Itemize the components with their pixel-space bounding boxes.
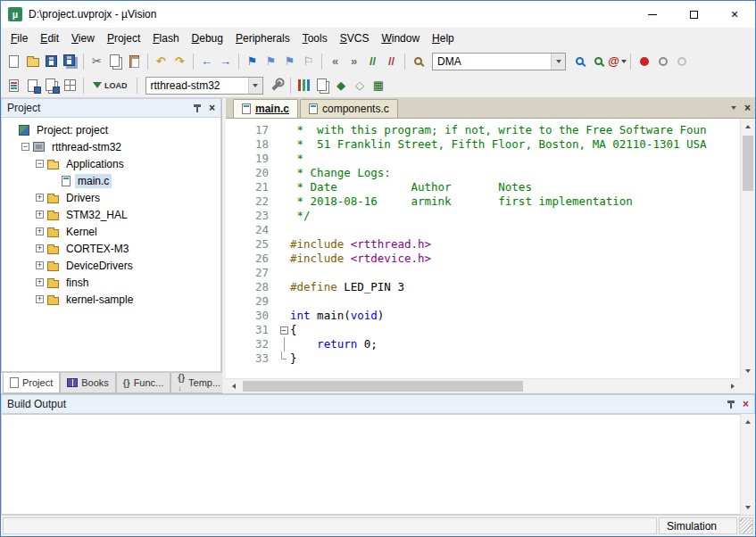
- menu-item-debug[interactable]: Debug: [186, 29, 229, 47]
- scroll-track[interactable]: [741, 429, 755, 500]
- manage-project-items-icon[interactable]: [295, 76, 313, 95]
- bookmark-toggle-icon[interactable]: ⚑: [243, 52, 262, 70]
- combo-dropdown-icon[interactable]: [551, 54, 565, 70]
- menu-item-edit[interactable]: Edit: [34, 29, 65, 47]
- menu-item-window[interactable]: Window: [375, 29, 426, 47]
- bookmark-prev-icon[interactable]: ⚑: [262, 52, 280, 70]
- menu-item-svcs[interactable]: SVCS: [334, 29, 376, 47]
- tree-item-finsh[interactable]: +finsh: [2, 274, 220, 291]
- pin-icon[interactable]: [727, 401, 735, 409]
- find-icon[interactable]: [570, 52, 589, 70]
- navigate-back-icon[interactable]: ←: [197, 52, 216, 70]
- pin-icon[interactable]: [194, 104, 201, 112]
- tree-item-project-project[interactable]: Project: project: [2, 121, 220, 138]
- menu-item-project[interactable]: Project: [101, 29, 146, 47]
- bookmark-next-icon[interactable]: ⚑: [280, 52, 299, 70]
- scroll-track[interactable]: [741, 134, 755, 363]
- close-document-icon[interactable]: ×: [744, 103, 751, 113]
- tree-item-cortex-m3[interactable]: +CORTEX-M3: [2, 240, 220, 257]
- tree-item-rtthread-stm32[interactable]: −rtthread-stm32: [2, 138, 220, 155]
- hscroll-thumb[interactable]: [243, 381, 523, 392]
- menu-item-file[interactable]: File: [4, 29, 34, 47]
- close-button[interactable]: ×: [714, 1, 755, 28]
- tree-item-applications[interactable]: −Applications: [2, 155, 220, 172]
- resize-grip[interactable]: [739, 517, 753, 534]
- panel-tab-func[interactable]: {}Func...: [116, 373, 170, 393]
- expander-plus-icon[interactable]: +: [36, 194, 44, 202]
- menu-item-help[interactable]: Help: [426, 29, 461, 47]
- code-editor[interactable]: 17 * with this program; if not, write to…: [226, 119, 740, 378]
- maximize-button[interactable]: [673, 1, 714, 28]
- batch-build-icon[interactable]: [61, 76, 79, 95]
- download-button[interactable]: LOAD: [87, 77, 133, 95]
- breakpoint-icon[interactable]: [635, 52, 653, 70]
- paste-icon[interactable]: [125, 52, 144, 70]
- cut-icon[interactable]: ✂: [87, 52, 106, 70]
- select-packs-icon[interactable]: ◇: [351, 76, 370, 95]
- scroll-right-button[interactable]: [725, 379, 740, 393]
- scroll-up-button[interactable]: [741, 414, 755, 429]
- scroll-thumb[interactable]: [743, 136, 753, 191]
- menu-item-view[interactable]: View: [65, 29, 101, 47]
- bookmark-clear-icon[interactable]: ⚐: [299, 52, 318, 70]
- build-output-content[interactable]: [1, 414, 740, 515]
- web-search-icon[interactable]: @: [608, 52, 627, 70]
- new-file-icon[interactable]: [4, 52, 23, 70]
- scroll-down-button[interactable]: [741, 500, 755, 515]
- copy-icon[interactable]: [106, 52, 125, 70]
- fold-collapse-icon[interactable]: −: [278, 323, 290, 337]
- panel-tab-project[interactable]: Project: [3, 373, 60, 393]
- runtime-environment-icon[interactable]: ◆: [332, 76, 351, 95]
- indent-icon[interactable]: »: [345, 52, 363, 70]
- comment-icon[interactable]: //: [363, 52, 382, 70]
- navigate-forward-icon[interactable]: →: [216, 52, 235, 70]
- minimize-button[interactable]: [632, 1, 673, 28]
- build-vscrollbar[interactable]: [740, 414, 755, 515]
- undo-icon[interactable]: ↶: [152, 52, 170, 70]
- tree-item-drivers[interactable]: +Drivers: [2, 189, 220, 206]
- save-all-icon[interactable]: [61, 52, 79, 70]
- scroll-down-button[interactable]: [741, 363, 755, 378]
- find-in-files-icon[interactable]: [409, 52, 428, 70]
- rebuild-icon[interactable]: [42, 76, 61, 95]
- editor-hscrollbar[interactable]: [226, 378, 740, 393]
- breakpoint-disable-icon[interactable]: [653, 52, 672, 70]
- expander-plus-icon[interactable]: +: [36, 278, 44, 286]
- menu-item-tools[interactable]: Tools: [296, 29, 334, 47]
- breakpoint-clear-icon[interactable]: [672, 52, 691, 70]
- tree-item-devicedrivers[interactable]: +DeviceDrivers: [2, 257, 220, 274]
- expander-plus-icon[interactable]: +: [36, 261, 44, 269]
- pack-installer-icon[interactable]: ▦: [370, 76, 388, 95]
- editor-tab-components-c[interactable]: components.c: [300, 99, 398, 118]
- tree-item-main-c[interactable]: main.c: [2, 172, 220, 189]
- close-panel-icon[interactable]: ×: [209, 103, 215, 113]
- translate-file-icon[interactable]: [4, 76, 23, 95]
- expander-minus-icon[interactable]: −: [36, 160, 44, 168]
- build-icon[interactable]: [23, 76, 42, 95]
- scroll-left-button[interactable]: [226, 379, 241, 393]
- hscroll-track[interactable]: [241, 379, 725, 393]
- tree-item-kernel[interactable]: +Kernel: [2, 223, 220, 240]
- open-file-icon[interactable]: [23, 52, 42, 70]
- menu-item-flash[interactable]: Flash: [146, 29, 185, 47]
- scroll-up-button[interactable]: [741, 119, 755, 134]
- tree-item-kernel-sample[interactable]: +kernel-sample: [2, 291, 220, 308]
- expander-plus-icon[interactable]: +: [36, 244, 44, 252]
- menu-item-peripherals[interactable]: Peripherals: [229, 29, 296, 47]
- target-combo[interactable]: rtthread-stm32: [145, 77, 263, 95]
- expander-plus-icon[interactable]: +: [36, 295, 44, 303]
- uncomment-icon[interactable]: //: [382, 52, 401, 70]
- chevron-down-icon[interactable]: [731, 106, 736, 110]
- unindent-icon[interactable]: «: [326, 52, 345, 70]
- combo-dropdown-icon[interactable]: [248, 78, 262, 94]
- panel-tab-temp[interactable]: {}↓Temp...: [170, 373, 228, 393]
- editor-vscrollbar[interactable]: [740, 119, 755, 378]
- search-combo[interactable]: DMA: [432, 53, 566, 70]
- redo-icon[interactable]: ↷: [170, 52, 189, 70]
- target-options-icon[interactable]: [268, 76, 287, 95]
- tree-item-stm32-hal[interactable]: +STM32_HAL: [2, 206, 220, 223]
- incremental-find-icon[interactable]: [589, 52, 608, 70]
- expander-minus-icon[interactable]: −: [21, 143, 29, 151]
- editor-tab-main-c[interactable]: main.c: [233, 99, 298, 118]
- file-extensions-icon[interactable]: [313, 76, 332, 95]
